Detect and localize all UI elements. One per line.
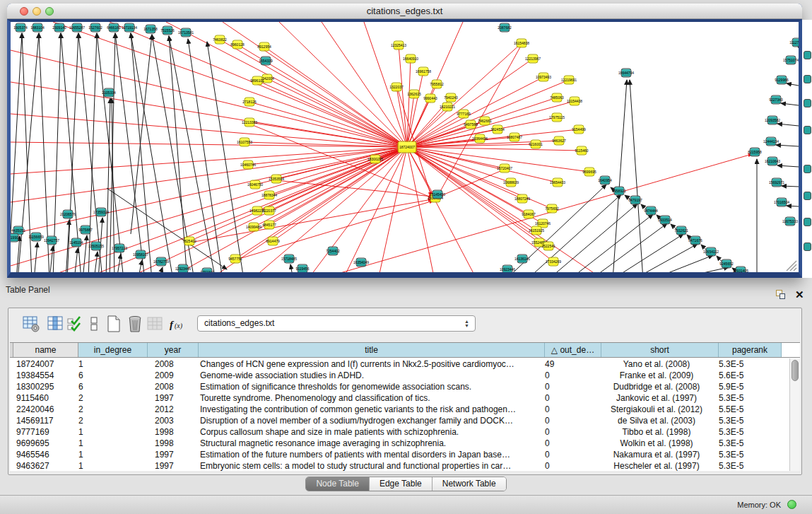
cell-name[interactable]: 18300295 <box>10 381 75 392</box>
cell-title[interactable]: Estimation of significance thresholds fo… <box>195 381 541 392</box>
cell-short[interactable]: Dudbridge et al. (2008) <box>598 381 715 392</box>
graph-node[interactable]: 14136141 <box>517 255 528 264</box>
graph-node[interactable]: 16354049 <box>356 258 367 267</box>
graph-node[interactable]: 10688639 <box>506 178 517 187</box>
import-table-icon[interactable] <box>146 315 164 333</box>
graph-node[interactable]: 17334269 <box>548 257 559 267</box>
cell-pagerank[interactable]: 5.3E-5 <box>715 415 778 426</box>
cell-pagerank[interactable]: 5.3E-5 <box>715 358 778 370</box>
cell-in_degree[interactable]: 1 <box>75 449 144 460</box>
cell-pagerank[interactable]: 5.5E-5 <box>715 404 778 415</box>
cell-year[interactable]: 1998 <box>144 426 195 438</box>
graph-node[interactable]: 9184067 <box>524 210 534 219</box>
graph-node[interactable]: 1671358 <box>146 25 156 34</box>
graph-node[interactable]: 9896101 <box>252 76 263 86</box>
cell-out_degree[interactable]: 0 <box>541 381 598 392</box>
graph-node[interactable]: 6466160 <box>109 23 119 33</box>
graph-node[interactable]: 7462661 <box>480 117 490 126</box>
column-header-short[interactable]: short <box>601 343 719 357</box>
table-row[interactable]: 2242004622012Investigating the contribut… <box>10 404 789 415</box>
cell-name[interactable]: 9699695 <box>10 438 75 449</box>
cell-short[interactable]: Franke et al. (2009) <box>598 370 715 381</box>
cell-pagerank[interactable]: 5.9E-5 <box>715 381 778 392</box>
table-row[interactable]: 1872400712008Changes of HCN gene express… <box>10 358 789 370</box>
cell-title[interactable]: Changes of HCN gene expression and I(f) … <box>195 358 541 370</box>
cell-name[interactable]: 18724007 <box>10 358 75 370</box>
graph-node[interactable]: 15751074 <box>786 56 796 65</box>
graph-node[interactable]: 7825402 <box>184 237 195 246</box>
graph-node[interactable]: 3824554 <box>493 125 503 134</box>
graph-node[interactable]: 12444134 <box>766 137 777 146</box>
graph-node[interactable]: 7463822 <box>215 35 225 45</box>
cell-in_degree[interactable]: 2 <box>75 404 144 415</box>
graph-node[interactable]: 1362615 <box>409 90 420 99</box>
graph-node[interactable]: 17016504 <box>777 198 787 207</box>
graph-node[interactable]: 1640954 <box>600 176 611 185</box>
graph-node[interactable]: 10460746 <box>243 160 254 170</box>
cell-pagerank[interactable]: 5.3E-5 <box>715 438 778 449</box>
graph-node[interactable]: 9699695 <box>584 168 595 177</box>
graph-node[interactable]: 9463627 <box>554 136 565 146</box>
graph-node[interactable]: 1322037 <box>392 83 402 92</box>
graph-node[interactable]: 1905374 <box>16 23 26 33</box>
table-row[interactable]: 969969511998Structural magnetic resonanc… <box>10 438 789 449</box>
graph-node[interactable]: 10958107 <box>136 250 146 259</box>
graph-node[interactable]: 10154438 <box>570 97 580 106</box>
graph-node[interactable]: 10719134 <box>124 23 135 33</box>
cell-year[interactable]: 2008 <box>144 381 195 392</box>
cell-title[interactable]: Embryonic stem cells: a model to study s… <box>195 460 541 471</box>
column-header-pagerank[interactable]: pagerank <box>719 343 782 357</box>
graph-node[interactable]: 18878344 <box>264 191 275 200</box>
graph-node[interactable]: 11127841 <box>792 38 799 47</box>
table-settings-icon[interactable] <box>22 315 40 333</box>
graph-node[interactable]: 20206576 <box>63 210 73 219</box>
cell-year[interactable]: 1997 <box>144 449 195 460</box>
graph-node[interactable]: 10655287 <box>72 23 83 33</box>
graph-node[interactable]: 2309140 <box>54 23 65 33</box>
cell-name[interactable]: 22420046 <box>10 404 75 415</box>
graph-node[interactable]: 17359324 <box>96 208 107 217</box>
cell-title[interactable]: Disruption of a novel member of a sodium… <box>195 415 541 426</box>
cell-in_degree[interactable]: 2 <box>75 392 144 404</box>
graph-node[interactable]: 1527602 <box>90 23 101 33</box>
graph-node[interactable]: 16640910 <box>406 54 416 64</box>
graph-node[interactable]: 16782759 <box>156 257 167 267</box>
cell-out_degree[interactable]: 0 <box>541 392 598 404</box>
cell-in_degree[interactable]: 1 <box>75 426 144 438</box>
cell-title[interactable]: Genome-wide association studies in ADHD. <box>195 370 541 381</box>
cell-year[interactable]: 2012 <box>144 404 195 415</box>
graph-node[interactable]: 15718485 <box>284 255 295 264</box>
cell-in_degree[interactable]: 1 <box>75 358 144 370</box>
cell-title[interactable]: Tourette syndrome. Phenomenology and cla… <box>195 392 541 404</box>
graph-node[interactable]: 6497568 <box>466 120 476 129</box>
graph-node[interactable]: 10973493 <box>539 73 549 82</box>
table-row[interactable]: 1938455462009Genome-wide association stu… <box>10 370 789 381</box>
graph-node[interactable]: 2718126 <box>245 98 255 107</box>
graph-node[interactable]: 3319900 <box>11 233 19 243</box>
cell-pagerank[interactable]: 5.3E-5 <box>715 392 778 404</box>
graph-node[interactable]: 11675333 <box>785 217 796 226</box>
table-row[interactable]: 1830029562008Estimation of significance … <box>10 381 789 392</box>
graph-node[interactable]: 7254402 <box>328 247 339 256</box>
graph-node[interactable]: 9129966 <box>777 76 787 85</box>
graph-node[interactable]: 10931405 <box>736 267 746 273</box>
graph-node[interactable]: 15353594 <box>271 175 282 184</box>
graph-node[interactable]: 11156659 <box>31 233 42 242</box>
float-panel-icon[interactable] <box>776 290 786 300</box>
tab-edge-table[interactable]: Edge Table <box>370 477 433 491</box>
graph-node[interactable]: 8958921 <box>614 187 625 196</box>
cell-short[interactable]: Stergiakouli et al. (2012) <box>598 404 715 415</box>
graph-node[interactable]: 10654112 <box>706 247 717 257</box>
cell-pagerank[interactable]: 5.3E-5 <box>715 449 778 460</box>
tab-network-table[interactable]: Network Table <box>433 477 506 491</box>
graph-node[interactable]: 13505155 <box>91 242 102 251</box>
cell-out_degree[interactable]: 49 <box>541 358 598 370</box>
graph-node[interactable]: 2087682 <box>500 23 510 33</box>
graph-node[interactable]: 12213967 <box>528 54 539 64</box>
cell-in_degree[interactable]: 2 <box>75 415 144 426</box>
graph-node[interactable]: 16210221 <box>442 103 453 112</box>
graph-node[interactable]: 7955812 <box>432 80 442 89</box>
graph-node[interactable]: 9457751 <box>230 255 241 264</box>
cell-out_degree[interactable]: 0 <box>541 438 598 449</box>
graph-node[interactable]: 2342004 <box>262 74 273 83</box>
